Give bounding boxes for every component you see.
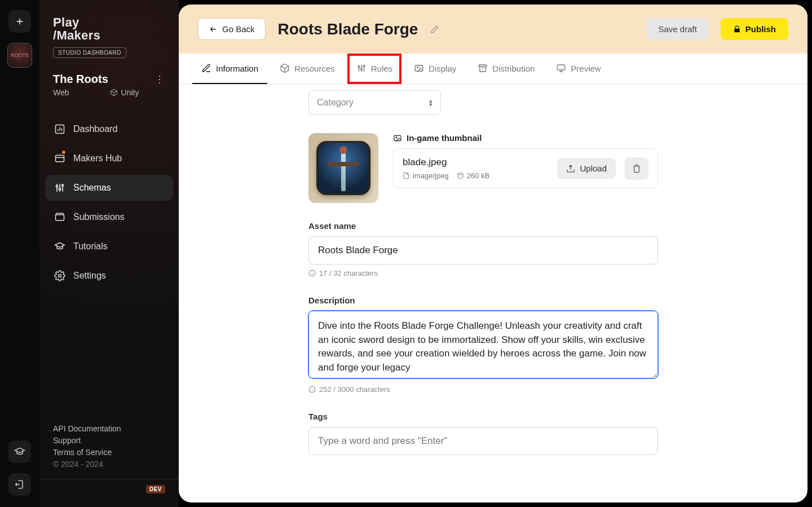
page-title: Roots Blade Forge [278,20,418,38]
tab-information[interactable]: Information [192,54,267,84]
pencil-icon [430,25,439,34]
tab-label: Rules [371,64,392,73]
sidebar-item-makers-hub[interactable]: Makers Hub [45,146,173,171]
tags-input[interactable] [308,427,658,455]
graduation-cap-icon [14,446,25,457]
footer-api-link[interactable]: API Documentation [53,424,165,433]
asset-name-input[interactable] [308,236,658,264]
archive-icon [478,63,488,73]
sidebar-footer: API Documentation Support Terms of Servi… [39,421,179,507]
tab-label: Distribution [492,64,535,73]
gear-icon [54,270,65,281]
file-size: 260 kB [467,171,489,180]
svg-rect-5 [56,215,64,221]
save-draft-button[interactable]: Save draft [647,18,708,40]
cube-icon [280,63,290,73]
file-mimetype: image/jpeg [413,171,449,180]
logout-button[interactable] [8,473,31,496]
go-back-button[interactable]: Go Back [198,18,266,40]
brand-badge: STUDIO DASHBOARD [53,47,126,58]
sidebar: Play/Makers STUDIO DASHBOARD The Roots ⋯… [39,0,179,507]
sidebar-item-dashboard[interactable]: Dashboard [45,116,173,142]
publish-button[interactable]: Publish [721,18,788,40]
sliders-icon [54,182,65,193]
footer-tos-link[interactable]: Terms of Service [53,448,165,457]
main-panel: Go Back Roots Blade Forge Save draft Pub… [179,5,807,502]
thumbnail-preview [308,133,378,203]
sidebar-item-schemas[interactable]: Schemas [45,175,173,201]
sidebar-item-label: Tutorials [73,241,108,252]
chevron-sort-icon: ▴▾ [429,99,433,106]
brand-line1: Play [53,15,79,29]
category-select[interactable]: Category ▴▾ [308,90,441,115]
tab-rules[interactable]: Rules [347,54,401,84]
add-button[interactable] [8,10,31,33]
asset-name-label: Asset name [308,221,658,231]
graduation-cap-icon [54,241,65,252]
tab-distribution[interactable]: Distribution [469,54,544,84]
tab-display[interactable]: Display [405,54,465,84]
lock-icon [733,25,741,33]
trash-icon [632,164,641,173]
svg-rect-1 [56,155,64,162]
svg-rect-12 [479,65,487,67]
upload-button[interactable]: Upload [557,158,616,179]
footer-copyright: © 2024 - 2024 [53,460,165,469]
project-engine: Unity [121,88,139,97]
thumbnail-label: In-game thumbnail [407,133,482,143]
notification-dot-icon [61,149,67,155]
cube-icon [110,89,118,96]
logout-icon [14,479,25,490]
file-icon [403,172,410,179]
svg-point-4 [61,184,63,186]
sidebar-item-tutorials[interactable]: Tutorials [45,233,173,259]
tab-resources[interactable]: Resources [271,54,344,84]
project-thumbnail[interactable]: ROOTS [7,43,32,68]
tags-label: Tags [308,412,658,421]
svg-point-2 [56,186,58,187]
page-header: Go Back Roots Blade Forge Save draft Pub… [179,5,807,54]
go-back-label: Go Back [222,24,255,34]
file-mimetype-chip: image/jpeg [403,171,449,180]
sidebar-item-submissions[interactable]: Submissions [45,204,173,230]
tab-label: Display [429,64,456,73]
form-content: Category ▴▾ In-game thumbnail [179,85,807,502]
description-helper: 252 / 3000 characters [319,385,390,394]
image-icon [414,63,424,73]
sidebar-item-label: Dashboard [73,124,117,134]
publish-label: Publish [745,24,776,34]
svg-point-15 [396,136,397,138]
disk-icon [457,172,464,179]
svg-point-9 [363,65,365,67]
delete-file-button[interactable] [625,157,648,180]
sidebar-item-settings[interactable]: Settings [45,263,173,289]
sidebar-item-label: Submissions [73,212,125,222]
learn-button[interactable] [8,440,31,463]
info-icon [308,270,316,277]
sidebar-item-label: Schemas [73,183,111,193]
brand: Play/Makers STUDIO DASHBOARD [39,16,179,58]
chart-icon [54,124,65,135]
tab-label: Information [216,64,258,73]
dev-badge: DEV [146,485,165,493]
tab-bar: Information Resources Rules Display Dist… [179,54,807,85]
project-menu-button[interactable]: ⋯ [154,74,166,85]
svg-point-8 [360,69,362,70]
description-label: Description [308,296,658,305]
arrow-left-icon [209,25,218,34]
description-textarea[interactable] [308,311,658,378]
file-name: blade.jpeg [403,157,548,168]
image-icon [393,134,402,143]
project-platform: Web [53,88,69,97]
sidebar-nav: Dashboard Makers Hub Schemas Submissions… [39,116,179,289]
edit-title-button[interactable] [430,25,439,34]
footer-support-link[interactable]: Support [53,436,165,445]
file-card: blade.jpeg image/jpeg 260 kB [393,148,658,188]
svg-point-16 [458,173,463,175]
upload-icon [566,164,575,173]
project-title: The Roots [53,73,108,86]
sliders-icon [356,63,367,73]
monitor-icon [556,63,566,73]
tab-preview[interactable]: Preview [547,54,610,84]
category-placeholder: Category [317,98,354,108]
